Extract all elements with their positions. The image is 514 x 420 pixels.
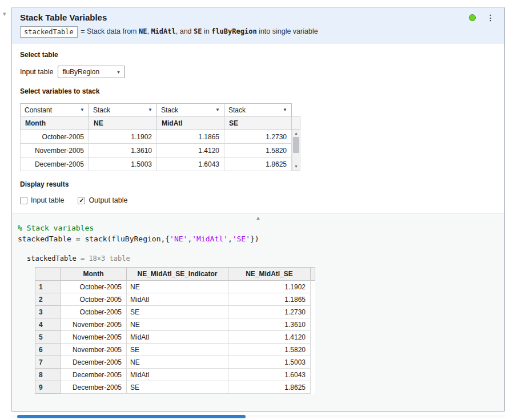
role-dropdown-month[interactable]: Constant▼ xyxy=(21,104,89,116)
chevron-down-icon: ▼ xyxy=(148,107,152,112)
scrollbar-thumb[interactable] xyxy=(293,137,299,153)
cell-month: November-2005 xyxy=(61,318,127,331)
code-text: }) xyxy=(250,235,259,243)
row-number: 1 xyxy=(35,281,61,293)
role-dropdown-midatl-value: Stack xyxy=(161,106,178,114)
role-dropdown-ne-value: Stack xyxy=(93,106,110,114)
row-number: 2 xyxy=(35,293,61,306)
horizontal-scrollbar[interactable] xyxy=(11,415,505,418)
status-indicator-green xyxy=(469,14,476,21)
output-dimensions: 18×3 table xyxy=(89,255,130,262)
code-text: , xyxy=(228,235,232,243)
column-header-se: SE xyxy=(224,116,292,130)
cell-value: 1.3610 xyxy=(228,318,311,331)
cell-value: 1.8625 xyxy=(228,381,311,394)
check-icon: ✓ xyxy=(79,197,84,204)
collapse-section-icon[interactable]: ▾ xyxy=(3,10,6,18)
column-header-ne: NE xyxy=(89,116,157,130)
output-header-value: NE_MidAtl_SE xyxy=(228,268,311,281)
cell-indicator: MidAtl xyxy=(127,293,228,306)
table-cell: 1.3610 xyxy=(89,144,157,158)
stack-variables-table: Constant▼ Stack▼ Stack▼ Stack▼ Month NE … xyxy=(20,103,292,171)
table-row: 9December-2005SE1.8625 xyxy=(35,381,315,394)
output-table-checkbox[interactable]: ✓ Output table xyxy=(78,196,127,204)
summary-text: , and xyxy=(176,27,194,35)
cell-indicator: MidAtl xyxy=(127,369,228,381)
table-row: October-2005 1.1902 1.1865 1.2730 xyxy=(21,130,292,144)
stack-variables-table-wrap: Constant▼ Stack▼ Stack▼ Stack▼ Month NE … xyxy=(20,103,496,171)
display-results-heading: Display results xyxy=(20,180,496,188)
display-results-options: ✓ Input table ✓ Output table xyxy=(20,196,496,204)
checkbox-box-1[interactable]: ✓ xyxy=(78,197,85,204)
chevron-down-icon: ▼ xyxy=(80,107,85,112)
chevron-down-icon: ▼ xyxy=(116,70,121,75)
table-cell: 1.1865 xyxy=(157,130,224,144)
table-vertical-scrollbar: ▲ ▼ xyxy=(292,103,300,171)
code-string: 'NE' xyxy=(170,235,187,243)
row-number: 6 xyxy=(35,344,61,356)
cell-value: 1.2730 xyxy=(228,306,311,318)
cell-month: October-2005 xyxy=(61,306,127,318)
output-equals: = xyxy=(77,255,89,262)
row-number: 3 xyxy=(35,306,61,318)
task-header: Stack Table Variables ⋮ stackedTable = S… xyxy=(12,7,504,44)
output-table-checkbox-label: Output table xyxy=(89,196,127,204)
cell-month: October-2005 xyxy=(61,293,127,306)
table-row: 6November-2005SE1.5820 xyxy=(35,344,315,356)
chevron-down-icon: ▼ xyxy=(283,107,287,112)
table-cell: 1.8625 xyxy=(224,158,292,171)
table-row: 5November-2005MidAtl1.4120 xyxy=(35,331,315,344)
row-number: 8 xyxy=(35,369,61,381)
output-header-month: Month xyxy=(61,268,127,281)
role-dropdown-se[interactable]: Stack▼ xyxy=(224,104,291,116)
table-cell: December-2005 xyxy=(21,158,89,171)
input-table-dropdown-value: fluByRegion xyxy=(62,68,99,76)
task-menu-icon[interactable]: ⋮ xyxy=(485,13,496,22)
cell-indicator: SE xyxy=(127,344,228,356)
collapse-code-icon[interactable]: ▲ xyxy=(256,215,261,221)
cell-value: 1.5003 xyxy=(228,356,311,369)
table-cell: 1.2730 xyxy=(224,130,292,144)
summary-var-midatl: MidAtl xyxy=(151,27,175,35)
checkbox-box-0[interactable]: ✓ xyxy=(20,197,27,204)
table-cell: October-2005 xyxy=(21,130,89,144)
cell-value: 1.4120 xyxy=(228,331,311,344)
cell-indicator: SE xyxy=(127,381,228,394)
cell-month: December-2005 xyxy=(61,356,127,369)
table-cell: 1.5820 xyxy=(224,144,292,158)
role-dropdown-se-value: Stack xyxy=(228,106,246,114)
output-table: Month NE_MidAtl_SE_Indicator NE_MidAtl_S… xyxy=(35,267,315,394)
cell-month: October-2005 xyxy=(61,281,127,293)
output-variable-field[interactable]: stackedTable xyxy=(20,26,78,38)
code-string: 'SE' xyxy=(232,235,250,243)
scroll-up-icon[interactable]: ▲ xyxy=(292,130,300,137)
input-table-dropdown[interactable]: fluByRegion ▼ xyxy=(58,66,125,78)
cell-value: 1.6043 xyxy=(228,369,311,381)
code-region: ▲ % Stack variables stackedTable = stack… xyxy=(12,213,504,411)
code-string: 'MidAtl' xyxy=(192,235,228,243)
live-task-panel: Stack Table Variables ⋮ stackedTable = S… xyxy=(11,7,505,412)
scrollbar-track[interactable]: ▲ ▼ xyxy=(292,130,300,171)
input-table-checkbox-label: Input table xyxy=(31,196,64,204)
table-row: 3October-2005SE1.2730 xyxy=(35,306,315,318)
input-table-label: Input table xyxy=(20,68,53,76)
cell-value: 1.1865 xyxy=(228,293,311,306)
horizontal-scrollbar-thumb[interactable] xyxy=(17,415,246,418)
column-header-midatl: MidAtl xyxy=(157,116,224,130)
cell-value: 1.1902 xyxy=(228,281,311,293)
role-dropdown-midatl[interactable]: Stack▼ xyxy=(157,104,224,116)
role-dropdown-ne[interactable]: Stack▼ xyxy=(89,104,156,116)
summary-equals: = xyxy=(79,27,87,35)
chevron-down-icon: ▼ xyxy=(215,107,220,112)
summary-var-flubyregion: fluByRegion xyxy=(211,27,256,35)
summary-text: Stack data from xyxy=(87,27,139,35)
input-table-checkbox[interactable]: ✓ Input table xyxy=(20,196,64,204)
table-cell: 1.1902 xyxy=(89,130,157,144)
table-cell: 1.4120 xyxy=(157,144,224,158)
row-number: 9 xyxy=(35,381,61,394)
cell-value: 1.5820 xyxy=(228,344,311,356)
summary-var-ne: NE xyxy=(139,27,147,35)
output-variable-summary: stackedTable = 18×3 table xyxy=(27,255,504,262)
scroll-down-icon[interactable]: ▼ xyxy=(292,163,300,170)
scrollbar-header-spacer xyxy=(292,116,300,130)
